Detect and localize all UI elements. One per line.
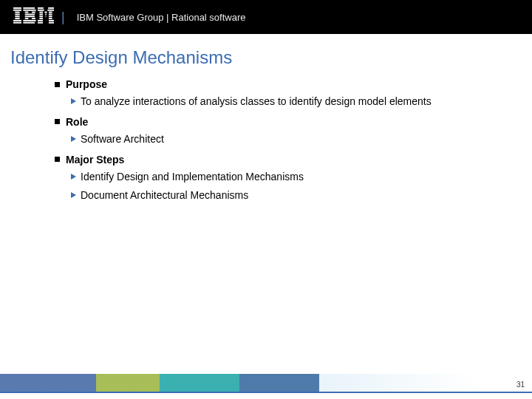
list-item-text: To analyze interactions of analysis clas… [81, 95, 432, 109]
list-item: Identify Design and Implementation Mecha… [71, 170, 510, 184]
svg-rect-8 [23, 7, 35, 9]
list-item: Document Architectural Mechanisms [71, 188, 510, 202]
footer-underline [0, 392, 532, 393]
square-bullet-icon [55, 157, 60, 162]
section-purpose: Purpose To analyze interactions of analy… [55, 78, 510, 109]
svg-rect-26 [45, 13, 47, 15]
svg-rect-34 [49, 20, 54, 21]
svg-rect-25 [39, 13, 43, 15]
svg-rect-23 [44, 12, 47, 13]
section-heading: Role [55, 116, 510, 128]
list-item-text: Identify Design and Implementation Mecha… [81, 170, 304, 184]
svg-rect-10 [25, 12, 29, 13]
svg-rect-33 [38, 20, 43, 21]
svg-rect-12 [25, 13, 35, 15]
svg-rect-28 [39, 16, 43, 17]
list-item: To analyze interactions of analysis clas… [71, 95, 510, 109]
slide-body: Purpose To analyze interactions of analy… [0, 78, 532, 202]
svg-rect-16 [23, 20, 35, 21]
svg-rect-20 [38, 10, 44, 11]
svg-rect-14 [25, 18, 29, 19]
arrow-bullet-icon [71, 192, 76, 198]
list-item-text: Software Architect [81, 132, 164, 146]
arrow-bullet-icon [71, 136, 76, 142]
footer: 31 [0, 374, 532, 399]
square-bullet-icon [55, 82, 60, 87]
svg-rect-36 [49, 22, 54, 24]
ibm-logo-icon [13, 7, 54, 27]
svg-rect-6 [13, 20, 21, 21]
svg-rect-17 [23, 22, 35, 24]
svg-rect-22 [39, 12, 43, 13]
svg-rect-7 [13, 22, 21, 24]
svg-rect-24 [49, 12, 52, 13]
arrow-bullet-icon [71, 98, 76, 104]
arrow-bullet-icon [71, 174, 76, 180]
square-bullet-icon [55, 119, 60, 124]
svg-rect-4 [15, 16, 19, 17]
section-heading: Major Steps [55, 154, 510, 166]
section-role: Role Software Architect [55, 116, 510, 146]
svg-rect-31 [39, 18, 43, 19]
header-divider-icon: | [61, 10, 65, 25]
svg-rect-15 [32, 18, 35, 19]
svg-rect-29 [46, 16, 47, 17]
svg-rect-3 [15, 13, 19, 15]
svg-rect-27 [49, 13, 52, 15]
list-item: Software Architect [71, 132, 510, 146]
svg-rect-32 [49, 18, 52, 19]
svg-rect-21 [47, 10, 54, 11]
footer-decorative-strip [0, 374, 532, 392]
slide-title: Identify Design Mechanisms [0, 34, 532, 78]
slide: | IBM Software Group | Rational software… [0, 0, 532, 399]
header-bar: | IBM Software Group | Rational software [0, 0, 532, 34]
section-heading-text: Purpose [66, 78, 107, 90]
svg-rect-11 [32, 12, 35, 13]
svg-rect-1 [13, 10, 21, 11]
page-number: 31 [516, 381, 525, 389]
section-heading-text: Major Steps [66, 154, 124, 166]
section-heading-text: Role [66, 116, 88, 128]
svg-rect-35 [38, 22, 43, 24]
svg-rect-9 [23, 10, 35, 11]
svg-rect-2 [15, 12, 19, 13]
section-heading: Purpose [55, 78, 510, 90]
svg-rect-13 [25, 16, 35, 17]
svg-rect-18 [38, 7, 44, 9]
svg-rect-0 [13, 7, 21, 9]
svg-rect-5 [15, 18, 19, 19]
list-item-text: Document Architectural Mechanisms [81, 188, 248, 202]
section-major-steps: Major Steps Identify Design and Implemen… [55, 154, 510, 202]
svg-rect-19 [48, 7, 54, 9]
svg-rect-30 [49, 16, 52, 17]
header-text: IBM Software Group | Rational software [77, 12, 246, 23]
